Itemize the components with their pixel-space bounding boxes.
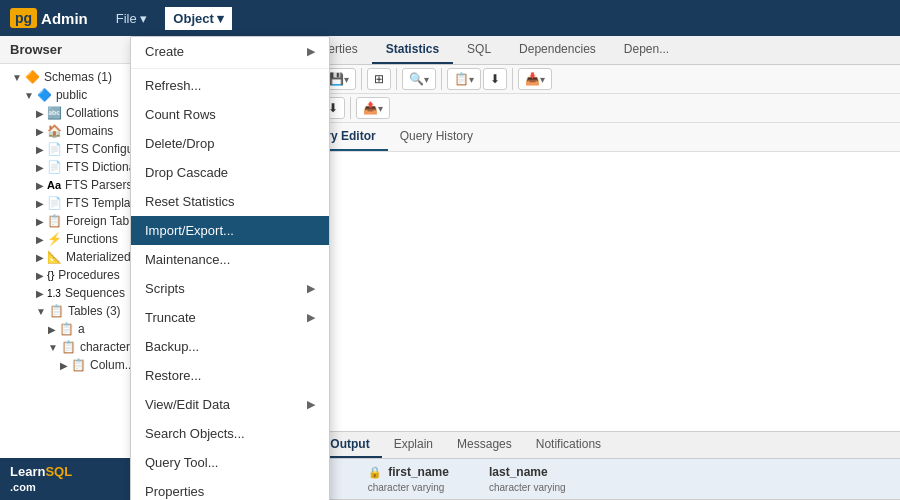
menu-item-import-export[interactable]: Import/Export...	[131, 216, 329, 245]
arrow-icon: ▼	[12, 72, 22, 83]
object-menu[interactable]: Object ▾	[165, 7, 232, 30]
menu-item-label: Truncate	[145, 310, 196, 325]
cursor-line	[321, 158, 894, 173]
menu-item-label: Properties	[145, 484, 204, 499]
procedures-icon: {}	[47, 269, 54, 281]
tab-dependencies[interactable]: Dependencies	[505, 36, 610, 64]
arrow-icon: ▶	[36, 180, 44, 191]
search-button[interactable]: 🔍 ▾	[402, 68, 436, 90]
tab-sql[interactable]: SQL	[453, 36, 505, 64]
logo-area: pg Admin	[10, 8, 88, 28]
logo-text: Admin	[41, 10, 88, 27]
fts-parsers-icon: Aa	[47, 179, 61, 191]
tree-label: public	[56, 88, 87, 102]
tab-query-history[interactable]: Query History	[388, 123, 485, 151]
menu-item-label: Scripts	[145, 281, 185, 296]
menu-item-label: Import/Export...	[145, 223, 234, 238]
menu-item-view-edit-data[interactable]: View/Edit Data ▶	[131, 390, 329, 419]
arrow-icon: ▶	[36, 234, 44, 245]
tree-label: Procedures	[58, 268, 119, 282]
table-icon: ⊞	[374, 72, 384, 86]
menu-item-maintenance[interactable]: Maintenance...	[131, 245, 329, 274]
toolbar-row2: ▶ ▾ ⬇ 📤 ▾	[285, 94, 900, 123]
arrow-icon: ▶	[36, 216, 44, 227]
arrow-icon: ▶	[48, 324, 56, 335]
editor-input[interactable]	[315, 152, 900, 431]
tree-label: Collations	[66, 106, 119, 120]
tab-notifications[interactable]: Notifications	[524, 432, 613, 458]
menu-item-create[interactable]: Create ▶	[131, 37, 329, 66]
separator	[512, 68, 513, 90]
file-menu[interactable]: File ▾	[108, 7, 156, 30]
menu-item-backup[interactable]: Backup...	[131, 332, 329, 361]
tree-label: Schemas (1)	[44, 70, 112, 84]
bottom-panel: Data Output Explain Messages Notificatio…	[285, 431, 900, 500]
col-last-name: last_name character varying	[489, 464, 566, 494]
arrow-icon: ▶	[36, 126, 44, 137]
settings-icon: 📥	[525, 72, 540, 86]
tab-explain[interactable]: Explain	[382, 432, 445, 458]
tree-label: Tables (3)	[68, 304, 121, 318]
menu-item-refresh[interactable]: Refresh...	[131, 71, 329, 100]
col-header: last_name	[489, 465, 548, 479]
menu-item-label: Create	[145, 44, 184, 59]
menu-item-restore[interactable]: Restore...	[131, 361, 329, 390]
arrow-icon: ▼	[36, 306, 46, 317]
arrow-icon: ▶	[36, 198, 44, 209]
menu-item-label: Reset Statistics	[145, 194, 235, 209]
tree-label: a	[78, 322, 85, 336]
download-button[interactable]: ⬇	[483, 68, 507, 90]
functions-icon: ⚡	[47, 232, 62, 246]
col-first-name: 🔒 first_name character varying	[368, 464, 449, 494]
menu-item-label: Query Tool...	[145, 455, 218, 470]
brand-sql: SQL	[45, 464, 72, 479]
separator	[350, 97, 351, 119]
settings-button[interactable]: 📥 ▾	[518, 68, 552, 90]
menu-item-label: Drop Cascade	[145, 165, 228, 180]
table-a-icon: 📋	[59, 322, 74, 336]
top-navbar: pg Admin File ▾ Object ▾	[0, 0, 900, 36]
menu-item-count-rows[interactable]: Count Rows	[131, 100, 329, 129]
menu-item-query-tool[interactable]: Query Tool...	[131, 448, 329, 477]
arrow-icon: ▼	[48, 342, 58, 353]
bottom-tabs-row: Data Output Explain Messages Notificatio…	[285, 432, 900, 459]
tab-statistics[interactable]: Statistics	[372, 36, 453, 64]
menu-item-search-objects[interactable]: Search Objects...	[131, 419, 329, 448]
tab-messages[interactable]: Messages	[445, 432, 524, 458]
results-header: 🔒 ID integer 🔒 first_name character vary…	[285, 459, 900, 500]
submenu-arrow-icon: ▶	[307, 282, 315, 295]
lock-icon: 🔒	[368, 466, 382, 478]
menu-item-truncate[interactable]: Truncate ▶	[131, 303, 329, 332]
tab-depen2[interactable]: Depen...	[610, 36, 683, 64]
schemas-icon: 🔶	[25, 70, 40, 84]
menu-item-reset-statistics[interactable]: Reset Statistics	[131, 187, 329, 216]
menu-item-label: Maintenance...	[145, 252, 230, 267]
table-button[interactable]: ⊞	[367, 68, 391, 90]
menu-item-properties[interactable]: Properties	[131, 477, 329, 500]
col-header: first_name	[388, 465, 449, 479]
copy-button[interactable]: 📋 ▾	[447, 68, 481, 90]
columns-icon: 📋	[71, 358, 86, 372]
arrow-icon: ▶	[36, 288, 44, 299]
tree-label: characters	[80, 340, 136, 354]
arrow-icon: ▶	[36, 162, 44, 173]
download-icon: ⬇	[490, 72, 500, 86]
menu-item-scripts[interactable]: Scripts ▶	[131, 274, 329, 303]
save-dropdown-icon: ▾	[344, 74, 349, 85]
fts-template-icon: 📄	[47, 196, 62, 210]
menu-divider	[131, 68, 329, 69]
menu-item-label: Search Objects...	[145, 426, 245, 441]
tree-label: Domains	[66, 124, 113, 138]
menu-item-label: Refresh...	[145, 78, 201, 93]
save-icon: 💾	[329, 72, 344, 86]
search-dropdown-icon: ▾	[424, 74, 429, 85]
format-button[interactable]: 📤 ▾	[356, 97, 390, 119]
fts-dict-icon: 📄	[47, 160, 62, 174]
menu-item-drop-cascade[interactable]: Drop Cascade	[131, 158, 329, 187]
tables-icon: 📋	[49, 304, 64, 318]
collations-icon: 🔤	[47, 106, 62, 120]
separator	[396, 68, 397, 90]
copy-dropdown-icon: ▾	[469, 74, 474, 85]
sequences-icon: 1.3	[47, 288, 61, 299]
menu-item-delete-drop[interactable]: Delete/Drop	[131, 129, 329, 158]
